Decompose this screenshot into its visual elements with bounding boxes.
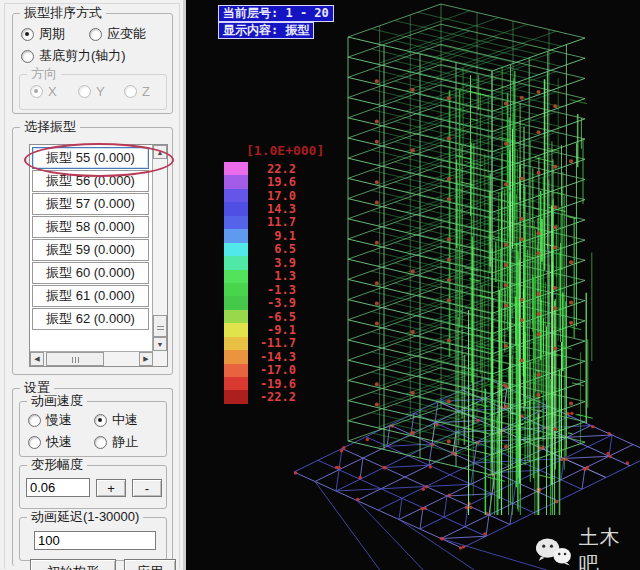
mode-list-item[interactable]: 振型 56 (0.000) (32, 170, 149, 192)
mode-list: 振型 55 (0.000)振型 56 (0.000)振型 57 (0.000)振… (31, 146, 150, 331)
group-mode-sort: 振型排序方式 周期 应变能 基底剪力(轴力) 方向 X Y Z (12, 13, 173, 114)
radio-dot[interactable] (124, 85, 137, 98)
legend-entry: 22.2 (224, 162, 296, 175)
scroll-right-button[interactable]: ▶ (139, 352, 153, 366)
watermark: 土木吧 (534, 524, 640, 570)
radio-label: Y (96, 84, 105, 99)
legend-swatch (224, 323, 248, 336)
group-direction: 方向 X Y Z (19, 74, 167, 110)
radio-dot[interactable] (89, 28, 102, 41)
initial-shape-button[interactable]: 初始构形 (30, 559, 116, 570)
radio-speed-slow[interactable]: 慢速 (28, 411, 72, 429)
radio-label: 应变能 (107, 25, 146, 43)
mode-list-item[interactable]: 振型 59 (0.000) (32, 239, 149, 261)
legend-entry: -9.1 (224, 323, 296, 336)
legend-swatch (224, 364, 248, 377)
radio-speed-medium[interactable]: 中速 (94, 411, 138, 429)
legend-swatch (224, 243, 248, 256)
legend-swatch (224, 162, 248, 175)
legend-entry: 6.5 (224, 243, 296, 256)
radio-label: 基底剪力(轴力) (39, 47, 126, 65)
legend-scale-header: [1.0E+000] (246, 143, 324, 158)
radio-label: 快速 (46, 433, 72, 451)
radio-dot[interactable] (28, 414, 41, 427)
vscroll-thumb[interactable] (153, 315, 167, 337)
mode-list-item[interactable]: 振型 57 (0.000) (32, 193, 149, 215)
legend-value: -14.3 (250, 351, 296, 363)
scroll-up-button[interactable]: ▲ (153, 145, 167, 159)
legend-swatch (224, 390, 248, 403)
hscroll-thumb[interactable] (46, 352, 104, 366)
legend-entry: 11.7 (224, 216, 296, 229)
radio-label: 静止 (112, 433, 138, 451)
mode-list-hscrollbar[interactable]: ◀ ▶ (30, 351, 153, 366)
delay-input[interactable] (34, 531, 156, 550)
legend-entry: 17.0 (224, 189, 296, 202)
amplitude-plus-button[interactable]: + (96, 479, 126, 497)
control-panel: 振型排序方式 周期 应变能 基底剪力(轴力) 方向 X Y Z 选择振型 振型 … (0, 0, 186, 570)
radio-dot[interactable] (94, 414, 107, 427)
radio-dot[interactable] (21, 50, 34, 63)
legend-swatch (224, 229, 248, 242)
legend-swatch (224, 189, 248, 202)
group-mode-select-title: 选择振型 (20, 119, 80, 134)
model-viewport[interactable]: 当前层号: 1 - 20 显示内容: 振型 [1.0E+000] 22.219.… (186, 0, 640, 570)
radio-label: X (48, 84, 57, 99)
group-anim-speed-title: 动画速度 (27, 393, 87, 408)
radio-dot[interactable] (30, 85, 43, 98)
legend-entry: 19.6 (224, 175, 296, 188)
group-mode-select: 选择振型 振型 55 (0.000)振型 56 (0.000)振型 57 (0.… (12, 127, 173, 375)
radio-direction-x[interactable]: X (30, 84, 57, 99)
amplitude-minus-button[interactable]: - (132, 479, 162, 497)
legend-value: -17.0 (250, 364, 296, 376)
status-info-box: 当前层号: 1 - 20 显示内容: 振型 (218, 5, 334, 39)
mode-list-item[interactable]: 振型 55 (0.000) (32, 147, 149, 169)
legend-swatch (224, 377, 248, 390)
legend-entry: 3.9 (224, 256, 296, 269)
scroll-down-button[interactable]: ▼ (153, 337, 167, 351)
radio-dot[interactable] (94, 436, 107, 449)
radio-direction-y[interactable]: Y (78, 84, 105, 99)
legend-entry: -17.0 (224, 364, 296, 377)
group-direction-title: 方向 (27, 66, 61, 81)
apply-button[interactable]: 应用 (124, 559, 176, 570)
legend-entry: 9.1 (224, 229, 296, 242)
legend-entry: -11.7 (224, 337, 296, 350)
legend-value: 6.5 (250, 243, 296, 255)
mode-list-item[interactable]: 振型 61 (0.000) (32, 285, 149, 307)
legend-value: -22.2 (250, 391, 296, 403)
scroll-left-button[interactable]: ◀ (30, 352, 44, 366)
legend-entry: -3.9 (224, 296, 296, 309)
radio-speed-fast[interactable]: 快速 (28, 433, 72, 451)
legend-entry: -1.3 (224, 283, 296, 296)
legend-value: 22.2 (250, 163, 296, 175)
radio-direction-z[interactable]: Z (124, 84, 150, 99)
legend-swatch (224, 350, 248, 363)
radio-dot[interactable] (28, 436, 41, 449)
display-content-status: 显示内容: 振型 (218, 22, 314, 39)
legend-value: 19.6 (250, 176, 296, 188)
radio-dot[interactable] (21, 28, 34, 41)
radio-sort-base-shear[interactable]: 基底剪力(轴力) (21, 47, 126, 65)
radio-sort-strain-energy[interactable]: 应变能 (89, 25, 146, 43)
mode-list-item[interactable]: 振型 60 (0.000) (32, 262, 149, 284)
radio-speed-static[interactable]: 静止 (94, 433, 138, 451)
group-anim-delay: 动画延迟(1-30000) (19, 517, 167, 561)
amplitude-input[interactable] (26, 478, 90, 497)
legend-value: -1.3 (250, 284, 296, 296)
group-deform-amplitude: 变形幅度 + - (19, 465, 167, 509)
radio-sort-period[interactable]: 周期 (21, 25, 65, 43)
legend-entry: -22.2 (224, 390, 296, 403)
group-settings: 设置 动画速度 慢速 中速 快速 静止 变形幅度 + - 动画延迟(1-3000… (12, 388, 173, 566)
legend-swatch (224, 202, 248, 215)
mode-list-item[interactable]: 振型 58 (0.000) (32, 216, 149, 238)
legend-value: 17.0 (250, 190, 296, 202)
legend-swatch (224, 175, 248, 188)
mode-list-item[interactable]: 振型 62 (0.000) (32, 308, 149, 330)
radio-label: 中速 (112, 411, 138, 429)
legend-rows: 22.219.617.014.311.79.16.53.91.3-1.3-3.9… (224, 162, 296, 404)
legend-entry: -14.3 (224, 350, 296, 363)
radio-label: 慢速 (46, 411, 72, 429)
mode-list-vscrollbar[interactable]: ▲ ▼ (152, 145, 167, 366)
radio-dot[interactable] (78, 85, 91, 98)
